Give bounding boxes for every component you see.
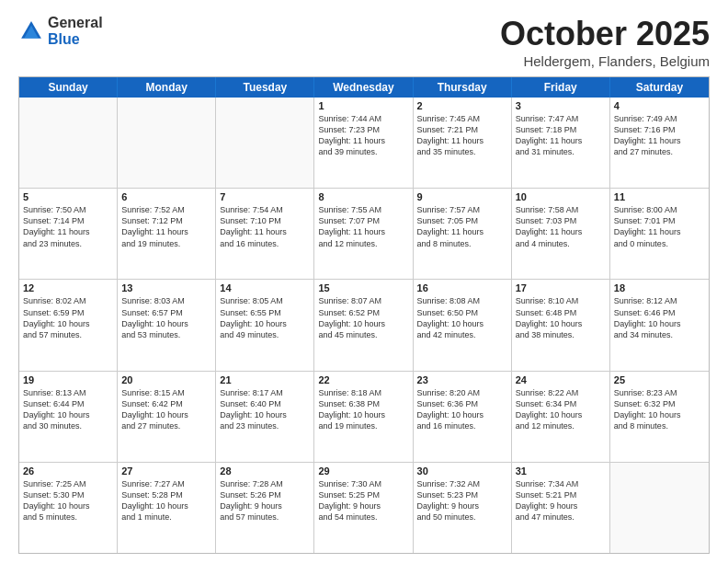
cell-line: Daylight: 10 hours	[614, 409, 705, 420]
day-cell-3: 3Sunrise: 7:47 AMSunset: 7:18 PMDaylight…	[512, 98, 610, 188]
day-cell-9: 9Sunrise: 7:57 AMSunset: 7:05 PMDaylight…	[414, 189, 512, 279]
cell-line: and 8 minutes.	[417, 238, 507, 249]
cell-line: Daylight: 10 hours	[417, 409, 507, 420]
cell-line: and 34 minutes.	[614, 329, 705, 340]
calendar: SundayMondayTuesdayWednesdayThursdayFrid…	[18, 76, 710, 554]
cell-line: and 27 minutes.	[614, 146, 705, 157]
cell-line: and 16 minutes.	[417, 420, 507, 431]
cell-line: Sunrise: 8:02 AM	[23, 295, 113, 306]
day-number: 15	[318, 282, 408, 293]
cell-line: Sunrise: 8:05 AM	[220, 295, 310, 306]
day-number: 7	[220, 191, 310, 202]
cell-line: Daylight: 10 hours	[23, 409, 113, 420]
day-number: 31	[516, 465, 606, 477]
day-cell-11: 11Sunrise: 8:00 AMSunset: 7:01 PMDayligh…	[610, 189, 709, 279]
day-cell-17: 17Sunrise: 8:10 AMSunset: 6:48 PMDayligh…	[512, 280, 610, 370]
cell-line: Sunset: 5:23 PM	[417, 489, 507, 500]
cell-line: and 23 minutes.	[23, 238, 113, 249]
cell-line: Sunset: 6:34 PM	[516, 398, 606, 409]
day-number: 10	[516, 191, 606, 202]
cell-line: Sunset: 7:21 PM	[417, 124, 507, 135]
cell-line: Sunset: 5:30 PM	[23, 489, 113, 500]
day-cell-15: 15Sunrise: 8:07 AMSunset: 6:52 PMDayligh…	[314, 280, 413, 370]
cell-line: Daylight: 10 hours	[121, 409, 211, 420]
cell-line: Sunrise: 7:54 AM	[220, 204, 310, 215]
location: Heldergem, Flanders, Belgium	[500, 53, 710, 69]
cell-line: and 57 minutes.	[220, 511, 310, 523]
cell-line: Sunset: 7:23 PM	[318, 124, 408, 135]
day-number: 20	[121, 374, 211, 385]
cell-line: Daylight: 11 hours	[614, 135, 705, 146]
day-number: 12	[23, 282, 113, 293]
day-cell-25: 25Sunrise: 8:23 AMSunset: 6:32 PMDayligh…	[610, 372, 709, 462]
day-header-saturday: Saturday	[610, 77, 709, 98]
day-header-sunday: Sunday	[19, 77, 118, 98]
cell-line: Daylight: 10 hours	[23, 500, 113, 511]
cell-line: Sunset: 7:16 PM	[614, 124, 705, 135]
cell-line: Sunrise: 7:34 AM	[516, 478, 606, 489]
day-number: 1	[318, 100, 408, 111]
day-cell-23: 23Sunrise: 8:20 AMSunset: 6:36 PMDayligh…	[414, 372, 512, 462]
day-cell-22: 22Sunrise: 8:18 AMSunset: 6:38 PMDayligh…	[314, 372, 413, 462]
cell-line: Daylight: 9 hours	[318, 500, 408, 511]
day-number: 13	[121, 282, 211, 293]
day-cell-14: 14Sunrise: 8:05 AMSunset: 6:55 PMDayligh…	[216, 280, 314, 370]
day-number: 21	[220, 374, 310, 385]
cell-line: Sunset: 7:14 PM	[23, 215, 113, 226]
header: General Blue October 2025 Heldergem, Fla…	[18, 15, 710, 69]
cell-line: and 8 minutes.	[614, 420, 705, 431]
cell-line: Sunset: 6:42 PM	[121, 398, 211, 409]
cell-line: Daylight: 11 hours	[417, 226, 507, 237]
cell-line: Sunset: 7:03 PM	[516, 215, 606, 226]
cell-line: and 31 minutes.	[516, 146, 606, 157]
calendar-body: 1Sunrise: 7:44 AMSunset: 7:23 PMDaylight…	[19, 98, 709, 553]
cell-line: Sunset: 7:10 PM	[220, 215, 310, 226]
day-number: 26	[23, 465, 113, 477]
day-cell-27: 27Sunrise: 7:27 AMSunset: 5:28 PMDayligh…	[118, 463, 216, 553]
week-row-4: 19Sunrise: 8:13 AMSunset: 6:44 PMDayligh…	[19, 371, 709, 462]
cell-line: Sunrise: 7:30 AM	[318, 478, 408, 489]
calendar-header: SundayMondayTuesdayWednesdayThursdayFrid…	[19, 77, 709, 98]
day-cell-1: 1Sunrise: 7:44 AMSunset: 7:23 PMDaylight…	[314, 98, 413, 188]
week-row-3: 12Sunrise: 8:02 AMSunset: 6:59 PMDayligh…	[19, 279, 709, 370]
day-number: 9	[417, 191, 507, 202]
cell-line: Daylight: 11 hours	[220, 226, 310, 237]
cell-line: Sunrise: 8:17 AM	[220, 387, 310, 398]
day-cell-6: 6Sunrise: 7:52 AMSunset: 7:12 PMDaylight…	[118, 189, 216, 279]
cell-line: Sunset: 6:40 PM	[220, 398, 310, 409]
day-number: 24	[516, 374, 606, 385]
week-row-5: 26Sunrise: 7:25 AMSunset: 5:30 PMDayligh…	[19, 462, 709, 553]
cell-line: Daylight: 9 hours	[516, 500, 606, 511]
cell-line: Sunrise: 7:32 AM	[417, 478, 507, 489]
day-number: 30	[417, 465, 507, 477]
day-number: 27	[121, 465, 211, 477]
cell-line: Sunrise: 7:55 AM	[318, 204, 408, 215]
cell-line: Sunrise: 8:03 AM	[121, 295, 211, 306]
cell-line: Sunrise: 7:49 AM	[614, 113, 705, 124]
cell-line: Sunrise: 8:23 AM	[614, 387, 705, 398]
logo: General Blue	[18, 15, 103, 47]
cell-line: Sunrise: 7:44 AM	[318, 113, 408, 124]
cell-line: Daylight: 11 hours	[614, 226, 705, 237]
cell-line: Sunset: 5:25 PM	[318, 489, 408, 500]
day-cell-5: 5Sunrise: 7:50 AMSunset: 7:14 PMDaylight…	[19, 189, 118, 279]
day-number: 17	[516, 282, 606, 293]
empty-cell	[118, 98, 216, 188]
cell-line: Daylight: 10 hours	[318, 409, 408, 420]
day-number: 14	[220, 282, 310, 293]
cell-line: Daylight: 10 hours	[121, 318, 211, 329]
logo-icon	[18, 18, 44, 44]
cell-line: Sunset: 6:32 PM	[614, 398, 705, 409]
day-cell-13: 13Sunrise: 8:03 AMSunset: 6:57 PMDayligh…	[118, 280, 216, 370]
cell-line: Sunrise: 8:07 AM	[318, 295, 408, 306]
cell-line: Sunrise: 8:12 AM	[614, 295, 705, 306]
cell-line: Daylight: 9 hours	[220, 500, 310, 511]
cell-line: Sunset: 6:52 PM	[318, 307, 408, 318]
cell-line: Daylight: 10 hours	[516, 409, 606, 420]
day-cell-4: 4Sunrise: 7:49 AMSunset: 7:16 PMDaylight…	[610, 98, 709, 188]
cell-line: Sunset: 7:01 PM	[614, 215, 705, 226]
empty-cell	[610, 463, 709, 553]
cell-line: Daylight: 11 hours	[318, 135, 408, 146]
cell-line: Sunrise: 8:00 AM	[614, 204, 705, 215]
day-cell-19: 19Sunrise: 8:13 AMSunset: 6:44 PMDayligh…	[19, 372, 118, 462]
